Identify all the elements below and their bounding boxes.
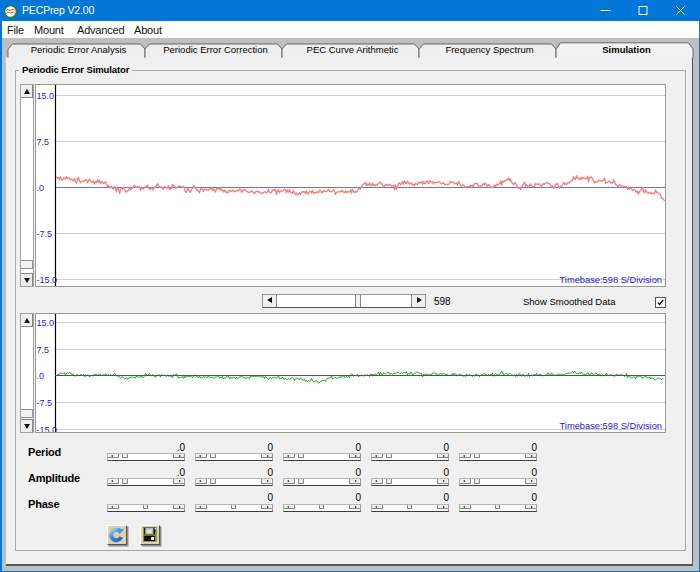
svg-text:Timebase:598 S/Division: Timebase:598 S/Division [559, 421, 661, 431]
svg-text:-7.5: -7.5 [36, 398, 52, 408]
svg-text:15.0: 15.0 [36, 91, 54, 101]
svg-text:-7.5: -7.5 [36, 229, 52, 239]
svg-text:Simulation: Simulation [602, 44, 651, 55]
svg-text:PEC Curve Arithmetic: PEC Curve Arithmetic [307, 44, 399, 55]
svg-text:15.0: 15.0 [36, 318, 54, 328]
svg-text:7.5: 7.5 [36, 137, 49, 147]
svg-text:.0: .0 [36, 183, 44, 193]
svg-text:-15.0: -15.0 [36, 425, 57, 432]
svg-text:Periodic Error Analysis: Periodic Error Analysis [31, 44, 127, 55]
svg-text:.0: .0 [36, 371, 44, 381]
svg-text:7.5: 7.5 [36, 345, 49, 355]
svg-text:-15.0: -15.0 [36, 275, 57, 285]
svg-text:Frequency Spectrum: Frequency Spectrum [445, 44, 533, 55]
svg-text:Timebase:598 S/Division: Timebase:598 S/Division [559, 275, 661, 285]
svg-text:Periodic Error Correction: Periodic Error Correction [163, 44, 268, 55]
